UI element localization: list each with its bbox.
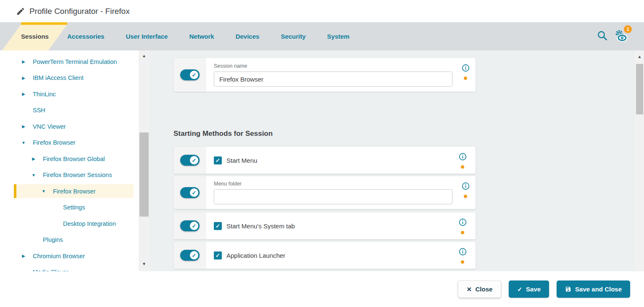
- pencil-edit-icon: [16, 7, 25, 16]
- tab-accessories[interactable]: Accessories: [67, 33, 104, 40]
- toggle-knob: ✓: [190, 156, 198, 164]
- sidebar-tree-item[interactable]: ▶ PowerTerm Terminal Emulation: [14, 55, 134, 69]
- toggle-column: ✓: [173, 212, 206, 239]
- toggle-column: ✓: [173, 147, 206, 174]
- tree-item-label: Settings: [63, 204, 85, 211]
- sidebar-tree-item[interactable]: ▶ Chromium Browser: [14, 249, 134, 263]
- tree-arrow-icon[interactable]: ▶: [31, 156, 36, 161]
- tab-network[interactable]: Network: [189, 33, 214, 40]
- tree-item-label: VNC Viewer: [33, 123, 66, 130]
- toggle-knob: ✓: [190, 71, 198, 79]
- action-footer: × Close ✓ Save Save and Close: [0, 271, 644, 307]
- toggle-column: ✓: [173, 242, 206, 269]
- content-region: ▶ PowerTerm Terminal Emulation ▶ IBM iAc…: [0, 50, 644, 271]
- sidebar-tree-item[interactable]: ▼ Firefox Browser: [14, 136, 134, 150]
- tree-item-label: Desktop Integration: [63, 220, 116, 227]
- toggle-knob: ✓: [190, 222, 198, 230]
- sidebar-tree-item[interactable]: ▼ Firefox Browser Sessions: [14, 168, 134, 182]
- setting-label: Application Launcher: [226, 252, 285, 259]
- tree-item-label: ThinLinc: [33, 91, 56, 98]
- setting-enabled-toggle[interactable]: ✓: [180, 220, 200, 231]
- close-button[interactable]: × Close: [458, 281, 501, 298]
- tab-devices[interactable]: Devices: [236, 33, 260, 40]
- tab-system[interactable]: System: [327, 33, 350, 40]
- tree-arrow-icon[interactable]: ▶: [21, 124, 26, 129]
- scroll-up-arrow[interactable]: ▲: [635, 54, 644, 60]
- modified-indicator-dot: [464, 195, 467, 198]
- sidebar-tree-item[interactable]: ▶ Media Player: [14, 265, 134, 272]
- sidebar-tree-item[interactable]: Settings: [14, 201, 134, 214]
- info-icon[interactable]: [459, 248, 467, 256]
- setting-enabled-toggle[interactable]: ✓: [180, 250, 200, 261]
- main-scrollbar-thumb[interactable]: [636, 64, 643, 114]
- tree-arrow-icon[interactable]: ▼: [31, 173, 36, 177]
- page-title: Profile Configurator - Firefox: [29, 7, 130, 16]
- info-icon[interactable]: [462, 182, 470, 190]
- modified-indicator-dot: [461, 260, 464, 264]
- tree-arrow-icon[interactable]: ▶: [21, 76, 26, 80]
- tree-item-label: SSH: [33, 107, 45, 114]
- toggle-column: ✓: [173, 176, 206, 209]
- modified-indicator-dot: [464, 77, 467, 80]
- info-icon[interactable]: [459, 218, 467, 226]
- sidebar-tree-item[interactable]: ▶ Firefox Browser Global: [14, 152, 134, 166]
- setting-checkbox[interactable]: ✓: [214, 222, 222, 230]
- tab-label: Sessions: [21, 33, 49, 40]
- gear-eye-icon[interactable]: 1: [615, 29, 628, 44]
- tab-bar: Sessions AccessoriesUser InterfaceNetwor…: [0, 22, 644, 50]
- sidebar-tree-item[interactable]: ▶ ThinLinc: [14, 87, 134, 101]
- session-name-row: ✓ Session name: [173, 58, 476, 92]
- tree-scrollbar[interactable]: ▲ ▼: [139, 50, 150, 271]
- session-name-input[interactable]: [214, 71, 452, 87]
- save-button[interactable]: ✓ Save: [509, 281, 549, 298]
- setting-enabled-toggle[interactable]: ✓: [180, 187, 200, 198]
- modified-indicator-dot: [461, 231, 464, 234]
- modified-indicator-dot: [461, 165, 464, 169]
- tree-arrow-icon[interactable]: ▶: [21, 254, 26, 258]
- toggle-knob: ✓: [190, 251, 198, 259]
- save-and-close-button[interactable]: Save and Close: [557, 281, 630, 298]
- sidebar-tree-item[interactable]: SSH: [14, 103, 134, 117]
- field-label: Session name: [214, 63, 452, 69]
- scroll-up-arrow[interactable]: ▲: [139, 53, 150, 59]
- tree-arrow-icon[interactable]: ▶: [21, 92, 26, 96]
- tree-item-label: Firefox Browser Sessions: [43, 172, 112, 178]
- scroll-down-arrow[interactable]: ▼: [139, 261, 150, 267]
- setting-row: ✓ ✓ Start Menu's System tab: [173, 212, 476, 239]
- tree-arrow-icon[interactable]: ▼: [21, 140, 26, 145]
- setting-label: Start Menu's System tab: [226, 222, 295, 230]
- tree-item-label: PowerTerm Terminal Emulation: [33, 58, 117, 65]
- session-enabled-toggle[interactable]: ✓: [180, 69, 200, 80]
- main-scrollbar[interactable]: ▲: [635, 50, 644, 271]
- sidebar-tree-item[interactable]: ▶ IBM iAccess Client: [14, 71, 134, 85]
- tree-arrow-icon[interactable]: ▼: [41, 189, 46, 193]
- setting-checkbox[interactable]: ✓: [214, 251, 222, 259]
- tab-security[interactable]: Security: [281, 33, 305, 40]
- notification-badge: 1: [624, 25, 632, 33]
- tree-item-label: Plugins: [43, 236, 63, 243]
- app-header: Profile Configurator - Firefox: [0, 0, 644, 22]
- setting-text-input[interactable]: [214, 189, 452, 204]
- tree-item-label: Firefox Browser: [53, 188, 96, 195]
- setting-enabled-toggle[interactable]: ✓: [180, 155, 200, 166]
- tree-arrow-icon[interactable]: ▶: [21, 59, 26, 64]
- tab-user-interface[interactable]: User Interface: [126, 33, 168, 40]
- info-icon[interactable]: [462, 64, 470, 72]
- setting-row: ✓ Menu folder: [173, 176, 476, 209]
- tree-item-label: Chromium Browser: [33, 253, 85, 259]
- sidebar-tree-item[interactable]: Plugins: [14, 233, 134, 247]
- tree-item-label: Firefox Browser Global: [43, 156, 105, 162]
- field-label: Menu folder: [214, 181, 452, 187]
- save-check-icon: ✓: [517, 286, 522, 293]
- search-icon[interactable]: [597, 30, 608, 43]
- section-heading: Starting Methods for Session: [173, 130, 476, 138]
- tree-scrollbar-thumb[interactable]: [139, 132, 149, 217]
- info-icon[interactable]: [459, 153, 467, 161]
- sidebar-tree-item[interactable]: ▶ VNC Viewer: [14, 119, 134, 133]
- sidebar-tree-item[interactable]: Desktop Integration: [14, 217, 134, 230]
- floppy-save-icon: [565, 286, 571, 292]
- close-x-icon: ×: [467, 285, 471, 293]
- sidebar-tree-item[interactable]: ▼ Firefox Browser: [14, 184, 134, 198]
- setting-row: ✓ ✓ Application Launcher: [173, 242, 476, 269]
- setting-checkbox[interactable]: ✓: [214, 156, 222, 164]
